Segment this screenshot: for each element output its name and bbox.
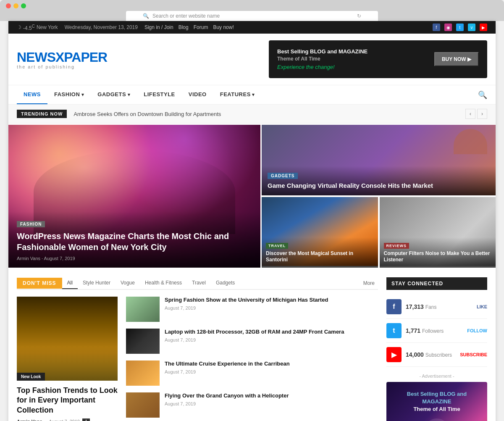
content-area: DON'T MISS All Style Hunter Vogue Health… [8,269,496,421]
nav-items: NEWS FASHION GADGETS LIFESTYLE VIDEO FEA… [17,85,262,104]
featured-article-image[interactable]: New Look [17,297,118,381]
hero-travel-overlay: TRAVEL Discover the Most Magical Sunset … [262,237,378,268]
header-ad-title: Best Selling BLOG and MAGAZINE Theme of … [277,48,368,63]
advertisement-label: - Advertisement - [386,374,487,379]
side-articles: Spring Fashion Show at the University of… [126,297,378,418]
featured-article-title[interactable]: Top Fashion Trends to Look for in Every … [17,386,118,415]
list-item[interactable]: Flying Over the Grand Canyon with a Heli… [126,392,378,418]
twitter-social-row: t 1,771 Followers FOLLOW [386,319,487,343]
facebook-label: Fans [425,304,437,310]
twitter-follow-button[interactable]: FOLLOW [467,328,487,333]
site-header: NEWSXPAPER the art of publishing Best Se… [8,34,496,85]
twitter-info: 1,771 Followers [406,327,463,334]
stay-connected-header: STAY CONNECTED [386,277,487,290]
blog-link[interactable]: Blog [178,24,189,30]
tab-health[interactable]: Health & Fitness [140,277,187,289]
featured-article-left: New Look Top Fashion Trends to Look for … [17,297,118,421]
hero-travel-category: TRAVEL [266,243,288,249]
header-ad-buy-button[interactable]: BUY NOW [434,52,479,66]
article-content: Flying Over the Grand Canyon with a Heli… [165,392,378,406]
browser-url: Search or enter website name [152,13,220,19]
hero-reviews-category: REVIEWS [384,243,410,249]
maximize-button[interactable] [21,3,26,8]
nav-item-video[interactable]: VIDEO [182,85,213,104]
hero-reviews-article[interactable]: REVIEWS Computer Filters Noise to Make Y… [380,197,496,268]
hero-main-title: WordPress News Magazine Charts the Most … [17,231,252,253]
more-dropdown[interactable]: More [360,278,378,289]
close-button[interactable] [6,3,11,8]
date-display: Wednesday, November 13, 2019 [65,24,138,30]
article-title: Spring Fashion Show at the University of… [165,297,378,304]
twitter-icon-top[interactable]: t [456,24,464,31]
minimize-button[interactable] [13,3,18,8]
hero-side-top-title: Game Changing Virtual Reality Console Hi… [268,182,490,190]
hero-travel-title: Discover the Most Magical Sunset in Sant… [266,250,374,263]
article-title: Flying Over the Grand Canyon with a Heli… [165,392,378,400]
sidebar-advertisement[interactable]: Best Selling BLOG and MAGAZINE Theme of … [386,382,487,421]
nav-item-gadgets[interactable]: GADGETS [91,85,137,104]
article-thumbnail [126,297,160,322]
buynow-link[interactable]: Buy now! [213,24,234,30]
tab-vogue[interactable]: Vogue [116,277,140,289]
top-bar: ☽ -4.5C New York Wednesday, November 13,… [8,21,496,34]
site-logo[interactable]: NEWSXPAPER the art of publishing [17,50,107,69]
trending-next[interactable]: › [477,109,487,119]
nav-item-news[interactable]: NEWS [17,85,47,104]
logo-tagline: the art of publishing [17,64,107,69]
top-nav: Sign in / Join Blog Forum Buy now! [144,24,234,30]
hero-side-top-overlay: GADGETS Game Changing Virtual Reality Co… [262,166,496,196]
article-thumbnail [126,329,160,354]
articles-row: New Look Top Fashion Trends to Look for … [17,297,378,421]
list-item[interactable]: Laptop with 128-bit Processor, 32GB of R… [126,329,378,354]
section-tabs: All Style Hunter Vogue Health & Fitness … [62,277,240,289]
article-thumbnail [126,392,160,418]
instagram-icon-top[interactable]: ◉ [444,24,452,31]
facebook-icon-top[interactable]: f [433,24,440,31]
nav-item-fashion[interactable]: FASHION [47,85,91,104]
main-navigation: NEWS FASHION GADGETS LIFESTYLE VIDEO FEA… [8,85,496,104]
list-item[interactable]: The Ultimate Cruise Experience in the Ca… [126,360,378,386]
article-date: August 7, 2019 [165,337,378,342]
featured-author: Armin Vans [17,419,42,421]
header-advertisement[interactable]: Best Selling BLOG and MAGAZINE Theme of … [269,40,487,78]
nav-item-features[interactable]: FEATURES [213,85,262,104]
nav-item-lifestyle[interactable]: LIFESTYLE [137,85,182,104]
dont-miss-label: DON'T MISS [17,278,62,289]
signin-link[interactable]: Sign in / Join [144,24,173,30]
logo-x: X [55,50,64,65]
trending-prev[interactable]: ‹ [465,109,475,119]
tab-gadgets[interactable]: Gadgets [211,277,240,289]
hero-side-top-article[interactable]: GADGETS Game Changing Virtual Reality Co… [262,125,496,195]
social-icons-top: f ◉ t v ▶ [433,24,487,31]
article-date: August 7, 2019 [165,305,378,310]
reload-icon[interactable]: ↻ [357,13,361,19]
hero-side-bottom-row: TRAVEL Discover the Most Magical Sunset … [262,197,496,268]
side-articles-list: Spring Fashion Show at the University of… [126,297,378,421]
logo-news: NEWS [17,50,55,65]
youtube-icon-top[interactable]: ▶ [480,24,487,31]
hero-travel-article[interactable]: TRAVEL Discover the Most Magical Sunset … [262,197,378,268]
tab-travel[interactable]: Travel [187,277,211,289]
tab-all[interactable]: All [62,277,78,289]
tab-style-hunter[interactable]: Style Hunter [78,277,116,289]
youtube-subscribe-button[interactable]: SUBSCRIBE [460,352,487,357]
list-item[interactable]: Spring Fashion Show at the University of… [126,297,378,322]
hero-side-top-category: GADGETS [268,173,298,179]
article-date: August 7, 2019 [165,369,378,374]
meta-separator: - [45,419,47,421]
facebook-like-button[interactable]: LIKE [477,304,487,309]
article-date: August 7, 2019 [165,401,378,406]
vimeo-icon-top[interactable]: v [468,24,475,31]
search-icon: 🔍 [143,13,149,19]
logo-text: NEWSXPAPER [17,50,107,65]
hero-main-category: FASHION [17,221,45,227]
trending-bar: TRENDING NOW Ambrose Seeks Offers on Dow… [8,104,496,124]
youtube-icon: ▶ [386,347,402,362]
nav-search-button[interactable]: 🔍 [478,90,487,100]
weather-widget: ☽ -4.5C New York [17,24,58,31]
hero-main-article[interactable]: FASHION WordPress News Magazine Charts t… [8,125,260,268]
trending-text: Ambrose Seeks Offers on Downtown Buildin… [74,111,459,117]
twitter-count: 1,771 [406,327,420,334]
city: New York [37,24,58,30]
forum-link[interactable]: Forum [194,24,208,30]
